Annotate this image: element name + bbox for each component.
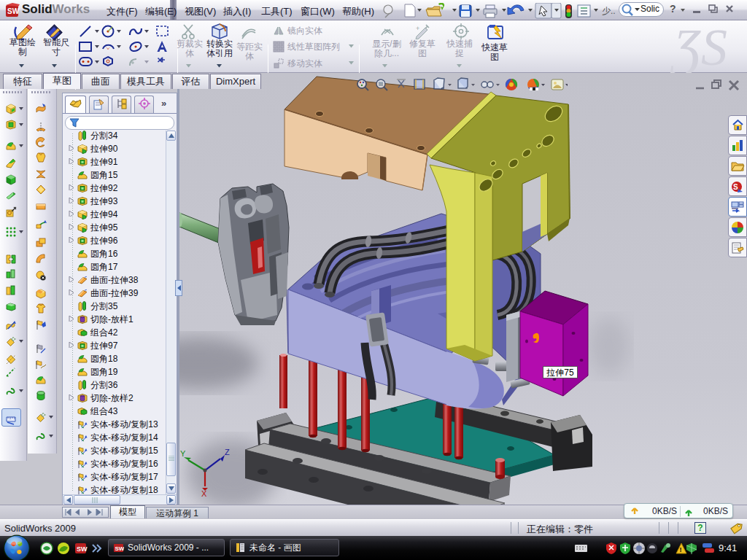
svg-text:SW: SW [7, 7, 20, 15]
svg-text:SW: SW [77, 545, 88, 553]
svg-text:!: ! [680, 546, 682, 553]
svg-text:+: + [416, 25, 419, 32]
svg-text:少..: 少.. [602, 6, 616, 16]
svg-text:X: X [201, 489, 207, 498]
svg-text:Y: Y [180, 449, 186, 458]
svg-text:SW: SW [115, 545, 125, 552]
svg-text:Z: Z [225, 448, 230, 456]
svg-text:S: S [733, 183, 738, 191]
